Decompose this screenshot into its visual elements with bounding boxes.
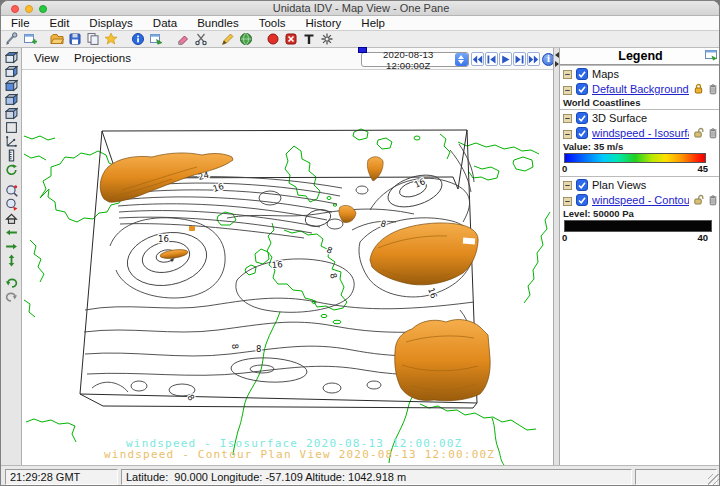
collapse-icon[interactable] [563, 69, 572, 78]
time-stepper[interactable] [455, 53, 468, 66]
collapse-right-icon[interactable] [555, 61, 559, 67]
pan-left-icon[interactable] [5, 226, 18, 239]
collapse-icon[interactable] [563, 196, 572, 205]
view-north-icon[interactable] [5, 79, 18, 92]
float-legend-icon[interactable] [705, 50, 718, 61]
record-image-icon[interactable] [266, 32, 280, 46]
split-pane-divider[interactable] [553, 48, 560, 465]
scale-max: 45 [697, 164, 708, 174]
step-forward-button[interactable] [513, 52, 526, 66]
vertical-scale-icon[interactable] [5, 149, 18, 162]
item-link[interactable]: windspeed - Contour Pl... [592, 194, 689, 206]
scale-min: 0 [562, 164, 567, 174]
isosurface-blob-east [370, 223, 478, 285]
plan-view-colorbar-scale: 0 40 [562, 233, 708, 245]
home-view-icon[interactable] [5, 212, 18, 225]
legend-item-contour-plan: windspeed - Contour Pl... [560, 192, 720, 208]
time-value: 2020-08-13 12:00:00Z [362, 49, 455, 71]
pan-right-icon[interactable] [5, 240, 18, 253]
menu-edit[interactable]: Edit [40, 17, 80, 29]
animation-progress-chip [358, 47, 367, 53]
settings-gear-icon[interactable] [320, 32, 334, 46]
remove-display-icon[interactable] [708, 127, 718, 139]
zoom-in-globe-icon[interactable] [5, 184, 18, 197]
view-bottom-icon[interactable] [5, 65, 18, 78]
lock-closed-icon[interactable] [693, 83, 704, 95]
view-west-icon[interactable] [5, 121, 18, 134]
item-link[interactable]: windspeed - Isosurface [592, 127, 689, 139]
menu-bundles[interactable]: Bundles [187, 17, 249, 29]
play-button[interactable] [499, 52, 512, 66]
svg-text:8: 8 [379, 218, 387, 229]
memory-cell [635, 469, 717, 485]
isosurface-colorbar-scale: 0 45 [562, 164, 708, 176]
group-label: Plan Views [592, 179, 646, 191]
menu-file[interactable]: File [1, 17, 40, 29]
isosurface-blob-center [339, 205, 356, 222]
menu-view[interactable]: View [34, 52, 59, 64]
lock-open-icon[interactable] [693, 127, 704, 139]
title-bar: Unidata IDV - Map View - One Pane [1, 1, 720, 16]
step-back-button[interactable] [485, 52, 498, 66]
svg-text:8: 8 [185, 392, 196, 402]
collapse-left-icon[interactable] [555, 52, 559, 58]
go-begin-button[interactable] [471, 52, 484, 66]
menu-displays[interactable]: Displays [79, 17, 142, 29]
rotate-view-icon[interactable] [5, 163, 18, 176]
legend-header: Legend [560, 48, 720, 65]
isosurface-colorbar[interactable] [564, 153, 706, 163]
maps-checkbox[interactable] [576, 68, 588, 80]
perspective-axes-icon[interactable] [5, 135, 18, 148]
new-display-icon[interactable] [23, 32, 37, 46]
remove-display-icon[interactable] [708, 194, 718, 206]
delete-all-icon[interactable] [284, 32, 298, 46]
eraser-icon[interactable] [176, 32, 190, 46]
text-note-icon[interactable] [302, 32, 316, 46]
map-3d-view[interactable]: 24 16 16 16 8 8 16 8 16 8 8 8 [22, 70, 553, 465]
collapse-icon[interactable] [563, 180, 572, 189]
lock-open-icon[interactable] [693, 194, 704, 206]
collapse-icon[interactable] [563, 129, 572, 138]
pan-up-down-icon[interactable] [5, 254, 18, 267]
view-top-icon[interactable] [5, 51, 18, 64]
surface-checkbox[interactable] [576, 112, 588, 124]
item-checkbox[interactable] [576, 83, 588, 95]
menu-projections[interactable]: Projections [74, 52, 131, 64]
copy-icon[interactable] [86, 32, 100, 46]
go-end-button[interactable] [527, 52, 540, 66]
group-label: 3D Surface [592, 112, 647, 124]
edit-pencil-icon[interactable] [221, 32, 235, 46]
globe-icon[interactable] [239, 32, 253, 46]
redo-view-icon[interactable] [5, 289, 18, 302]
open-bundle-icon[interactable] [50, 32, 64, 46]
resize-grip[interactable] [708, 474, 720, 486]
cut-icon[interactable] [194, 32, 208, 46]
menu-data[interactable]: Data [143, 17, 187, 29]
favorites-star-icon[interactable] [104, 32, 118, 46]
data-chooser-icon[interactable] [5, 32, 19, 46]
view-east-icon[interactable] [5, 93, 18, 106]
remove-display-icon[interactable] [708, 83, 718, 95]
show-dashboard-icon[interactable] [149, 32, 163, 46]
time-selector[interactable]: 2020-08-13 12:00:00Z [361, 52, 469, 67]
menu-help[interactable]: Help [351, 17, 395, 29]
plan-view-colorbar[interactable] [564, 220, 712, 232]
isosurface-sliver [160, 248, 189, 260]
help-icon[interactable] [131, 32, 145, 46]
reset-zoom-globe-icon[interactable] [5, 198, 18, 211]
menu-history[interactable]: History [296, 17, 352, 29]
item-checkbox[interactable] [576, 194, 588, 206]
item-checkbox[interactable] [576, 127, 588, 139]
view-south-icon[interactable] [5, 107, 18, 120]
plan-views-checkbox[interactable] [576, 179, 588, 191]
save-bundle-icon[interactable] [68, 32, 82, 46]
item-sub-label: Value: 35 m/s [560, 141, 720, 153]
item-link[interactable]: Default Background Maps [592, 83, 689, 95]
undo-view-icon[interactable] [5, 275, 18, 288]
item-sub-label: World Coastlines [560, 97, 720, 109]
collapse-icon[interactable] [563, 113, 572, 122]
status-bar: 21:29:28 GMT Latitude: 90.000 Longitude:… [1, 465, 720, 486]
menu-tools[interactable]: Tools [249, 17, 296, 29]
collapse-icon[interactable] [563, 85, 572, 94]
legend-item-isosurface: windspeed - Isosurface [560, 125, 720, 141]
